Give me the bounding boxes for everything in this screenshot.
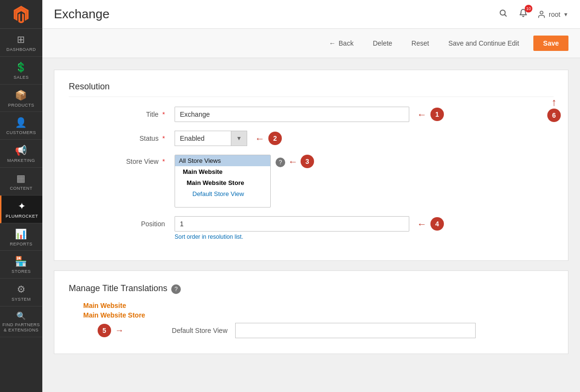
sidebar-item-dashboard[interactable]: ⊞ DASHBOARD: [0, 29, 42, 57]
stores-icon: 🏪: [15, 256, 27, 267]
sidebar-item-label: STORES: [12, 269, 31, 274]
sales-icon: 💲: [15, 61, 27, 73]
position-row: Position ← 4 Sort order in resolution li…: [69, 216, 554, 240]
content-area: Resolution Title * ← 1 Status: [42, 58, 580, 392]
main-content: Exchange 10 root ▼: [42, 0, 580, 392]
sidebar-item-label: FIND PARTNERS & EXTENSIONS: [2, 322, 40, 333]
store-view-help-icon[interactable]: ?: [276, 158, 285, 167]
notification-count: 10: [525, 5, 532, 12]
delete-label: Delete: [373, 39, 392, 47]
svg-line-1: [504, 14, 506, 16]
sidebar-item-label: MARKETING: [7, 158, 35, 163]
status-field-wrapper: Enabled Disabled ▼ ← 2: [175, 131, 444, 146]
annotation-5: 5: [98, 324, 111, 337]
ann5-arrow: →: [115, 326, 124, 336]
dashboard-icon: ⊞: [17, 34, 25, 45]
translations-title-text: Manage Title Translations: [69, 283, 167, 294]
default-store-row: 5 → Default Store View: [98, 323, 554, 338]
sidebar-item-label: SALES: [13, 75, 29, 80]
position-hint: Sort order in resolution list.: [175, 233, 444, 240]
required-star: *: [163, 110, 165, 118]
sidebar-item-content[interactable]: ▦ CONTENT: [0, 168, 42, 196]
sidebar-item-customers[interactable]: 👤 CUSTOMERS: [0, 112, 42, 140]
sidebar-item-label: REPORTS: [10, 242, 33, 247]
marketing-icon: 📢: [15, 145, 27, 156]
back-button[interactable]: ← Back: [324, 37, 358, 50]
find-partners-icon: 🔍: [16, 311, 26, 320]
required-star-sv: *: [163, 158, 165, 165]
annotation-2: 2: [268, 132, 282, 145]
resolution-section: Resolution Title * ← 1 Status: [54, 70, 568, 261]
ann4-arrow: ←: [417, 219, 427, 230]
resolution-section-title: Resolution: [69, 82, 554, 97]
translations-help-icon[interactable]: ?: [171, 284, 181, 294]
annotation-4: 4: [430, 217, 444, 231]
annotation-6: 6: [547, 109, 561, 122]
system-icon: ⚙: [17, 283, 26, 295]
save-continue-button[interactable]: Save and Continue Edit: [443, 37, 524, 50]
annotation-6-wrapper: ↑ 6: [547, 96, 561, 122]
position-field-wrapper: ← 4 Sort order in resolution list.: [175, 216, 444, 240]
title-annotation-wrapper: ← 1: [175, 107, 444, 122]
title-input[interactable]: [175, 107, 409, 122]
sidebar-item-marketing[interactable]: 📢 MARKETING: [0, 140, 42, 168]
position-label: Position: [78, 216, 175, 228]
sidebar-item-system[interactable]: ⚙ SYSTEM: [0, 279, 42, 306]
plumrocket-icon: ✦: [18, 200, 26, 212]
delete-button[interactable]: Delete: [368, 37, 397, 50]
user-name: root: [549, 11, 560, 18]
reset-button[interactable]: Reset: [407, 37, 434, 50]
sidebar-item-reports[interactable]: 📊 REPORTS: [0, 223, 42, 251]
sidebar-item-label: CONTENT: [10, 186, 33, 191]
sidebar-item-products[interactable]: 📦 PRODUCTS: [0, 85, 42, 112]
save-continue-label: Save and Continue Edit: [448, 39, 519, 47]
user-menu[interactable]: root ▼: [537, 10, 568, 19]
title-label: Title *: [78, 107, 175, 118]
page-title: Exchange: [54, 7, 110, 22]
reports-icon: 📊: [15, 228, 27, 240]
annotation-3: 3: [301, 155, 314, 168]
main-website-label: Main Website: [83, 302, 554, 309]
sidebar: ⊞ DASHBOARD 💲 SALES 📦 PRODUCTS 👤 CUSTOME…: [0, 0, 42, 392]
status-row: Status * Enabled Disabled ▼ ← 2: [69, 131, 554, 146]
search-button[interactable]: [497, 7, 509, 22]
sidebar-item-find-partners[interactable]: 🔍 FIND PARTNERS & EXTENSIONS: [0, 306, 42, 337]
translations-section-title: Manage Title Translations ?: [69, 282, 554, 294]
status-select[interactable]: Enabled Disabled: [175, 131, 233, 146]
position-annotation-wrapper: ← 4: [175, 216, 444, 232]
ann1-arrow: ←: [417, 109, 427, 120]
save-button[interactable]: Save: [533, 36, 568, 51]
ann2-arrow: ←: [255, 133, 265, 144]
ann6-arrow-up: ↑: [552, 96, 557, 109]
store-view-row: Store View * All Store Views Main Websit…: [69, 155, 554, 208]
svg-point-2: [540, 11, 543, 14]
translations-section: Manage Title Translations ? Main Website…: [54, 270, 568, 354]
notifications-button[interactable]: 10: [517, 7, 530, 22]
top-header: Exchange 10 root ▼: [42, 0, 580, 29]
sidebar-item-stores[interactable]: 🏪 STORES: [0, 251, 42, 279]
reset-label: Reset: [412, 39, 429, 47]
default-store-input[interactable]: [235, 323, 476, 338]
store-view-label: Store View *: [78, 155, 175, 165]
position-input[interactable]: [175, 216, 409, 232]
back-arrow-icon: ←: [329, 39, 336, 47]
status-annotation-wrapper: Enabled Disabled ▼ ← 2: [175, 131, 444, 146]
back-label: Back: [339, 39, 353, 47]
status-dropdown-arrow[interactable]: ▼: [231, 131, 247, 146]
sidebar-item-label: SYSTEM: [12, 297, 31, 302]
title-row: Title * ← 1: [69, 107, 554, 122]
content-icon: ▦: [16, 172, 26, 184]
store-view-right: ? ← 3: [276, 155, 314, 168]
sidebar-item-sales[interactable]: 💲 SALES: [0, 57, 42, 85]
store-view-multiselect[interactable]: All Store Views Main Website Main Websit…: [175, 155, 271, 208]
title-field-wrapper: ← 1: [175, 107, 444, 122]
action-bar: ← Back Delete Reset Save and Continue Ed…: [42, 29, 580, 58]
save-label: Save: [543, 39, 559, 47]
sidebar-item-label: CUSTOMERS: [6, 130, 36, 135]
user-dropdown-icon: ▼: [563, 12, 568, 17]
sidebar-item-label: DASHBOARD: [6, 47, 36, 52]
status-label: Status *: [78, 131, 175, 142]
customers-icon: 👤: [15, 117, 27, 128]
sidebar-item-plumrocket[interactable]: ✦ PLUMROCKET: [0, 196, 42, 223]
products-icon: 📦: [15, 89, 27, 101]
